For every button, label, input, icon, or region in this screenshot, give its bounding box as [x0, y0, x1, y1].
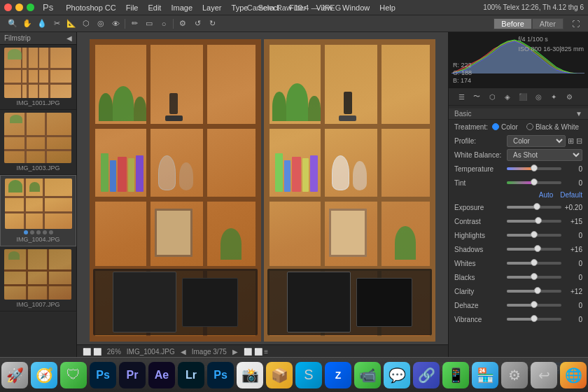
whites-thumb[interactable] [531, 259, 538, 266]
auto-button[interactable]: Auto [539, 191, 554, 199]
menu-help[interactable]: Help [375, 4, 400, 12]
basic-section-header[interactable]: Basic ▼ [449, 108, 588, 120]
dock-facetime[interactable]: 📹 [354, 362, 381, 388]
temperature-slider[interactable] [507, 167, 561, 170]
profile-icon[interactable]: ⊞ [568, 136, 574, 146]
color-option[interactable]: Color [492, 123, 518, 131]
fullscreen-toggle[interactable]: ⛶ [568, 18, 582, 30]
basic-section-expand[interactable]: ▼ [575, 110, 582, 118]
panel-icon-lens[interactable]: ◎ [531, 90, 545, 103]
dock-browser[interactable]: 🌐 [560, 362, 587, 388]
blacks-thumb[interactable] [531, 273, 538, 280]
dock-appstore[interactable]: 🏪 [472, 362, 498, 388]
exposure-slider[interactable] [507, 206, 561, 209]
menu-edit[interactable]: Edit [144, 4, 165, 12]
blacks-slider[interactable] [507, 276, 561, 279]
dock-launchpad[interactable]: 🚀 [1, 362, 28, 388]
image-nav-prev[interactable]: ◀ [181, 348, 186, 356]
shadows-slider[interactable] [507, 248, 561, 251]
panel-icon-split[interactable]: ⬛ [516, 90, 530, 103]
dock-phone[interactable]: 📱 [442, 362, 469, 388]
dock-safari[interactable]: 🧭 [31, 362, 57, 388]
filmstrip-collapse[interactable]: ◀ [66, 34, 72, 42]
prefs-btn[interactable]: ⚙ [176, 18, 190, 30]
menu-window[interactable]: Window [338, 4, 374, 12]
profile-select[interactable]: Color [507, 135, 566, 147]
contrast-slider[interactable] [507, 220, 561, 223]
bw-radio[interactable] [526, 123, 533, 130]
canvas-extra-icons[interactable]: ⬜ ⬜ ≡ [244, 348, 268, 356]
dock-skype[interactable]: S [295, 362, 322, 388]
straighten-tool[interactable]: 📐 [64, 18, 78, 30]
window-controls[interactable] [4, 4, 34, 11]
before-after-toggle[interactable]: Before After [493, 18, 564, 29]
before-button[interactable]: Before [493, 18, 531, 29]
panel-icon-detail[interactable]: ⬡ [485, 90, 499, 103]
canvas-controls-left[interactable]: ⬜ ⬜ [83, 348, 102, 356]
crop-tool[interactable]: ✂ [50, 18, 64, 30]
hand-tool[interactable]: ✋ [20, 18, 34, 30]
contrast-thumb[interactable] [535, 217, 542, 224]
clarity-thumb[interactable] [534, 287, 541, 294]
dock-security[interactable]: 🛡 [60, 362, 87, 388]
redeye-tool[interactable]: 👁 [108, 18, 122, 30]
menu-image[interactable]: Image [167, 4, 197, 12]
dock-premiere[interactable]: Pr [119, 362, 146, 388]
vibrance-thumb[interactable] [531, 315, 538, 322]
rotate-cw[interactable]: ↻ [205, 18, 219, 30]
close-button[interactable] [4, 4, 12, 11]
image-nav-next[interactable]: ▶ [232, 348, 238, 356]
panel-icon-basic[interactable]: ☰ [454, 90, 468, 103]
dock-ae[interactable]: Ae [148, 362, 175, 388]
whites-slider[interactable] [507, 262, 561, 265]
fullscreen-button[interactable] [27, 4, 34, 11]
dock-teams[interactable]: 🔗 [413, 362, 440, 388]
profile-icon2[interactable]: ⊟ [576, 136, 582, 146]
panel-icon-calibration[interactable]: ⚙ [562, 90, 576, 103]
vibrance-slider[interactable] [507, 318, 561, 321]
dehaze-thumb[interactable] [531, 301, 538, 308]
color-radio[interactable] [492, 123, 499, 130]
dock-lightroom[interactable]: Lr [178, 362, 204, 388]
filmstrip-item-1[interactable]: IMG_1003.JPG [0, 110, 76, 175]
panel-icon-hsl[interactable]: ◈ [500, 90, 514, 103]
highlights-slider[interactable] [507, 234, 561, 237]
filmstrip-header[interactable]: Filmstrip ◀ [0, 32, 76, 45]
bw-option[interactable]: Black & White [526, 123, 579, 131]
radial-filter[interactable]: ○ [157, 18, 171, 30]
dock-sysprefs[interactable]: ⚙ [501, 362, 528, 388]
filmstrip-item-2[interactable]: IMG_1004.JPG [0, 175, 76, 246]
zoom-tool[interactable]: 🔍 [6, 18, 20, 30]
adj-brush[interactable]: ✏ [127, 18, 141, 30]
wb-tool[interactable]: 💧 [35, 18, 49, 30]
menu-layer[interactable]: Layer [198, 4, 226, 12]
dock-timemachine[interactable]: ↩ [531, 362, 557, 388]
tint-slider[interactable] [507, 181, 561, 184]
dock-ps[interactable]: Ps [90, 362, 116, 388]
clarity-slider[interactable] [507, 290, 561, 293]
dehaze-slider[interactable] [507, 304, 561, 307]
spot-removal[interactable]: ◎ [94, 18, 108, 30]
after-button[interactable]: After [532, 18, 564, 29]
transform-tool[interactable]: ⬡ [79, 18, 93, 30]
tint-thumb[interactable] [531, 178, 538, 186]
filmstrip-item-3[interactable]: IMG_1007.JPG [0, 246, 76, 312]
minimize-button[interactable] [15, 4, 23, 11]
grad-filter[interactable]: ▭ [142, 18, 156, 30]
default-button[interactable]: Default [560, 191, 582, 199]
highlights-thumb[interactable] [531, 231, 538, 238]
panel-icon-curve[interactable]: 〜 [470, 90, 484, 103]
temperature-thumb[interactable] [531, 164, 538, 172]
menu-file[interactable]: File [122, 4, 143, 12]
wb-select[interactable]: As Shot Auto Daylight Cloudy Custom [507, 149, 582, 161]
shadows-thumb[interactable] [534, 245, 541, 252]
dock-zalo[interactable]: Z [325, 362, 351, 388]
exposure-thumb[interactable] [533, 203, 540, 210]
dock-files[interactable]: 📦 [266, 362, 293, 388]
menu-bar[interactable]: Photoshop CC File Edit Image Layer Type … [62, 4, 400, 12]
dock-ps2[interactable]: Ps [207, 362, 234, 388]
rotate-ccw[interactable]: ↺ [190, 18, 204, 30]
panel-icon-effects[interactable]: ✦ [547, 90, 561, 103]
filmstrip-item-0[interactable]: IMG_1001.JPG [0, 45, 76, 110]
dock-messages[interactable]: 💬 [384, 362, 410, 388]
